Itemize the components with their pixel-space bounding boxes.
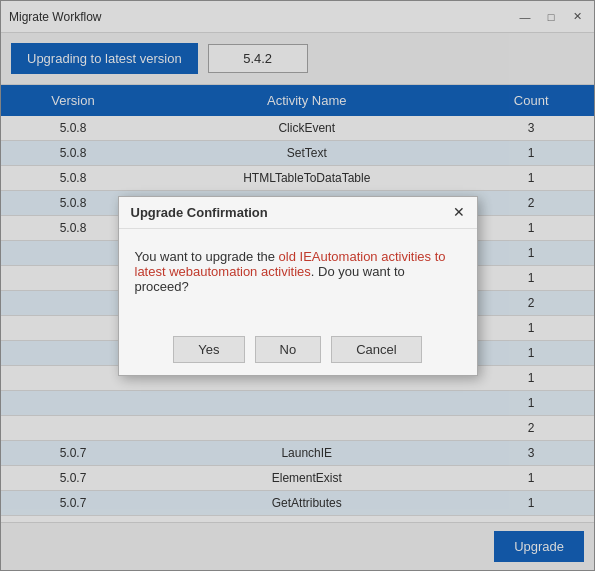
modal-body-text: You want to upgrade the old IEAutomation… xyxy=(135,249,461,294)
cancel-button[interactable]: Cancel xyxy=(331,336,421,363)
main-window: Migrate Workflow — □ ✕ Upgrading to late… xyxy=(0,0,595,571)
modal-footer: Yes No Cancel xyxy=(119,324,477,375)
modal-close-button[interactable]: ✕ xyxy=(453,205,465,219)
modal-title-bar: Upgrade Confirmation ✕ xyxy=(119,197,477,229)
modal-overlay: Upgrade Confirmation ✕ You want to upgra… xyxy=(0,0,595,571)
upgrade-confirmation-dialog: Upgrade Confirmation ✕ You want to upgra… xyxy=(118,196,478,376)
modal-title: Upgrade Confirmation xyxy=(131,205,268,220)
yes-button[interactable]: Yes xyxy=(173,336,244,363)
modal-body: You want to upgrade the old IEAutomation… xyxy=(119,229,477,324)
no-button[interactable]: No xyxy=(255,336,322,363)
